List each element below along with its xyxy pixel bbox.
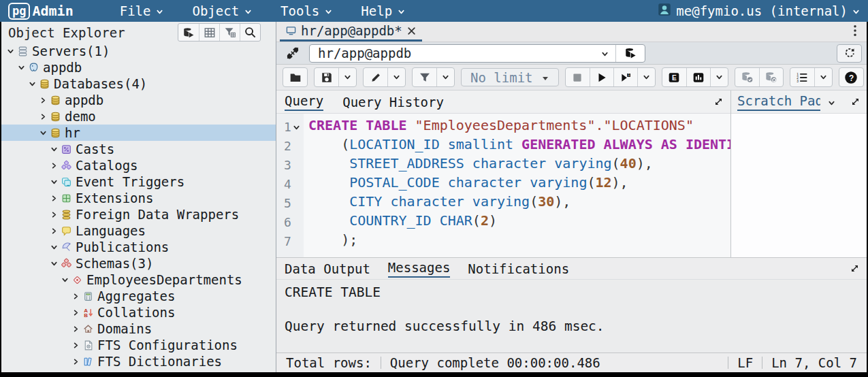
chevron-right-icon[interactable] [49, 195, 59, 202]
tab-messages[interactable]: Messages [388, 260, 451, 278]
tree-item-db-appdb[interactable]: appdb [1, 92, 276, 108]
chevron-down-icon[interactable] [38, 129, 48, 137]
menu-object[interactable]: Object [192, 3, 252, 18]
menu-tools[interactable]: Tools [280, 3, 332, 18]
tree-item-db-demo[interactable]: demo [1, 108, 276, 125]
filter-options-chevron-icon[interactable] [436, 68, 454, 86]
execute-button[interactable] [590, 68, 613, 86]
chevron-right-icon[interactable] [71, 358, 81, 365]
row-limit-select[interactable]: No limit [461, 68, 559, 86]
line-ending-indicator[interactable]: LF [737, 355, 753, 370]
chevron-down-icon[interactable] [27, 80, 37, 88]
tree-item-catalogs[interactable]: Catalogs [1, 157, 276, 174]
plug-disconnected-icon[interactable] [281, 44, 304, 63]
explain-button[interactable]: E [662, 68, 686, 86]
explain-chevron-icon[interactable] [710, 68, 728, 86]
chevron-down-icon[interactable] [5, 48, 16, 55]
save-options-chevron-icon[interactable] [338, 68, 356, 86]
save-button[interactable] [315, 68, 338, 86]
tree-item-publications[interactable]: Publications [1, 239, 276, 255]
tree-item-domains[interactable]: Domains [1, 321, 276, 337]
tree-item-aggregates[interactable]: Aggregates [1, 288, 276, 304]
edit-button[interactable] [364, 68, 387, 86]
grid-icon[interactable] [199, 24, 219, 41]
refresh-icon[interactable] [837, 44, 862, 63]
connection-select[interactable]: hr/app@appdb [309, 44, 645, 63]
tab-notifications[interactable]: Notifications [468, 261, 569, 276]
tree-item-fts-dictionaries[interactable]: FTS Dictionaries [1, 353, 276, 370]
tree-item-fts-configurations[interactable]: FTS Configurations [1, 337, 276, 353]
sql-line: STREET_ADDRESS character varying(40), [304, 155, 730, 174]
search-icon[interactable] [240, 24, 260, 41]
aggregates-icon [81, 291, 95, 302]
rollback-button[interactable] [759, 68, 783, 86]
ellipsis-vertical-icon[interactable] [843, 24, 867, 40]
tab-query[interactable]: Query [285, 93, 323, 111]
database-play-icon[interactable] [616, 47, 645, 59]
filter-grid-icon[interactable] [219, 24, 240, 41]
tree-item-label: Catalogs [74, 158, 138, 173]
chevron-down-icon[interactable] [49, 178, 59, 186]
user-menu[interactable]: me@fymio.us (internal) [658, 3, 860, 19]
user-icon [658, 3, 671, 19]
database-connect-icon[interactable] [178, 24, 199, 41]
database-icon [48, 127, 63, 139]
tree-item-collations[interactable]: ABCollations [1, 304, 276, 321]
svg-text:?: ? [849, 73, 854, 82]
filter-button[interactable] [413, 68, 436, 86]
stop-button[interactable] [566, 68, 590, 86]
edit-options-chevron-icon[interactable] [387, 68, 405, 86]
event-triggers-icon [59, 176, 74, 188]
chevron-right-icon[interactable] [71, 309, 81, 316]
chevron-right-icon[interactable] [71, 325, 81, 333]
open-file-button[interactable] [283, 68, 307, 86]
chevron-down-icon[interactable] [828, 95, 835, 110]
tree-item-schema-employeesdepartments[interactable]: EmployeesDepartments [1, 272, 276, 288]
macro-button[interactable]: 123 [790, 68, 814, 86]
chevron-right-icon[interactable] [71, 293, 81, 300]
tree-item-languages[interactable]: Languages [1, 223, 276, 239]
query-tool-tab[interactable]: hr/app@appdb* [280, 22, 422, 42]
row-limit-value: No limit [470, 70, 533, 85]
menu-help[interactable]: Help [361, 3, 405, 18]
chevron-down-icon[interactable] [49, 146, 59, 153]
chevron-right-icon[interactable] [49, 162, 59, 169]
tree-item-event-triggers[interactable]: Event Triggers [1, 174, 276, 190]
chevron-down-icon[interactable] [49, 244, 59, 251]
execute-chevron-icon[interactable] [637, 68, 655, 86]
explain-analyze-button[interactable] [686, 68, 710, 86]
help-button[interactable]: ? [839, 68, 863, 86]
tree-item-casts[interactable]: Casts [1, 141, 276, 157]
chevron-down-icon[interactable] [60, 276, 70, 284]
tree-item-schemas[interactable]: Schemas(3) [1, 255, 276, 272]
close-icon[interactable] [407, 23, 416, 38]
tree-item-db-hr[interactable]: hr [1, 125, 276, 141]
tree-item-extensions[interactable]: Extensions [1, 190, 276, 206]
menu-file[interactable]: File [120, 3, 164, 18]
line-number: 4 [276, 174, 304, 193]
tree-item-databases[interactable]: Databases(4) [1, 76, 276, 92]
sql-code-area[interactable]: CREATE TABLE "EmployeesDepartments"."LOC… [304, 114, 730, 257]
chevron-down-icon [325, 3, 332, 18]
chevron-right-icon[interactable] [71, 342, 81, 349]
commit-button[interactable] [735, 68, 759, 86]
macro-chevron-icon[interactable] [814, 68, 832, 86]
tree-item-servers[interactable]: Servers(1) [1, 43, 276, 59]
chevron-right-icon[interactable] [38, 97, 48, 104]
scratch-pad-body[interactable] [731, 114, 867, 257]
expand-icon[interactable] [850, 95, 861, 110]
fold-chevron-icon[interactable] [293, 120, 300, 134]
chevron-right-icon[interactable] [38, 113, 48, 120]
chevron-down-icon[interactable] [49, 260, 59, 267]
tree-item-foreign-data-wrappers[interactable]: Foreign Data Wrappers [1, 206, 276, 223]
tree-item-server-appdb[interactable]: appdb [1, 59, 276, 76]
tab-data-output[interactable]: Data Output [285, 261, 370, 276]
expand-icon[interactable] [713, 95, 724, 110]
chevron-down-icon[interactable] [16, 64, 27, 71]
expand-icon[interactable] [850, 261, 860, 276]
chevron-right-icon[interactable] [49, 211, 59, 218]
tab-query-history[interactable]: Query History [342, 95, 444, 110]
scratch-pad-title[interactable]: Scratch Pad [737, 93, 820, 111]
execute-options-button[interactable]: 1 [613, 68, 637, 86]
chevron-right-icon[interactable] [49, 227, 59, 235]
